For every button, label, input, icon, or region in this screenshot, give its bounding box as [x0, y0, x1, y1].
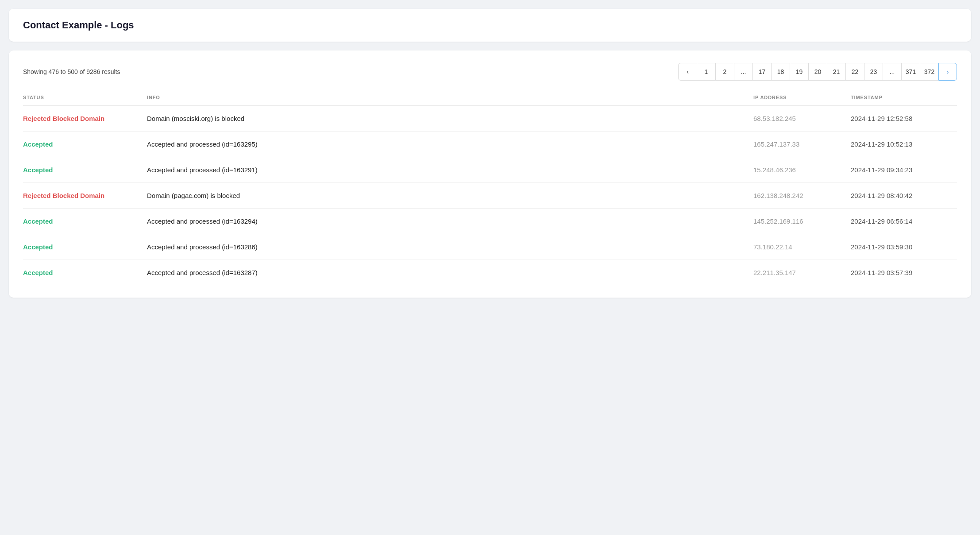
page-22-button[interactable]: 22 — [845, 63, 864, 81]
ip-cell: 162.138.248.242 — [753, 192, 851, 199]
status-cell: Accepted — [23, 217, 147, 225]
page-19-button[interactable]: 19 — [790, 63, 808, 81]
next-page-button[interactable]: › — [938, 63, 957, 81]
timestamp-cell: 2024-11-29 08:40:42 — [851, 192, 957, 199]
page-23-button[interactable]: 23 — [864, 63, 883, 81]
showing-text: Showing 476 to 500 of 9286 results — [23, 68, 120, 75]
table-row: Rejected Blocked Domain Domain (mosciski… — [23, 106, 957, 132]
table-row: Accepted Accepted and processed (id=1632… — [23, 234, 957, 260]
status-cell: Accepted — [23, 166, 147, 174]
page-title: Contact Example - Logs — [23, 19, 957, 31]
timestamp-cell: 2024-11-29 03:57:39 — [851, 269, 957, 276]
timestamp-cell: 2024-11-29 03:59:30 — [851, 243, 957, 251]
page-17-button[interactable]: 17 — [752, 63, 771, 81]
ip-cell: 22.211.35.147 — [753, 269, 851, 276]
table-body: Rejected Blocked Domain Domain (mosciski… — [23, 106, 957, 285]
page-18-button[interactable]: 18 — [771, 63, 790, 81]
info-cell: Accepted and processed (id=163291) — [147, 166, 753, 174]
status-cell: Accepted — [23, 140, 147, 148]
ip-cell: 165.247.137.33 — [753, 140, 851, 148]
table-row: Accepted Accepted and processed (id=1632… — [23, 157, 957, 183]
main-card: Showing 476 to 500 of 9286 results ‹ 1 2… — [9, 50, 971, 298]
ellipsis-2: ... — [883, 63, 901, 81]
ip-cell: 15.248.46.236 — [753, 166, 851, 174]
ellipsis-1: ... — [734, 63, 752, 81]
status-cell: Accepted — [23, 269, 147, 276]
top-bar: Showing 476 to 500 of 9286 results ‹ 1 2… — [23, 63, 957, 81]
page-2-button[interactable]: 2 — [715, 63, 734, 81]
ip-cell: 73.180.22.14 — [753, 243, 851, 251]
table-row: Accepted Accepted and processed (id=1632… — [23, 209, 957, 234]
ip-cell: 145.252.169.116 — [753, 217, 851, 225]
timestamp-cell: 2024-11-29 06:56:14 — [851, 217, 957, 225]
title-card: Contact Example - Logs — [9, 9, 971, 42]
status-cell: Rejected Blocked Domain — [23, 192, 147, 199]
info-cell: Accepted and processed (id=163286) — [147, 243, 753, 251]
pagination: ‹ 1 2 ... 17 18 19 20 21 22 23 ... 371 3… — [678, 63, 957, 81]
page-20-button[interactable]: 20 — [808, 63, 827, 81]
table-row: Accepted Accepted and processed (id=1632… — [23, 260, 957, 285]
info-cell: Domain (pagac.com) is blocked — [147, 192, 753, 199]
page-1-button[interactable]: 1 — [697, 63, 715, 81]
prev-page-button[interactable]: ‹ — [678, 63, 697, 81]
page-372-button[interactable]: 372 — [920, 63, 938, 81]
info-cell: Accepted and processed (id=163295) — [147, 140, 753, 148]
timestamp-cell: 2024-11-29 10:52:13 — [851, 140, 957, 148]
info-cell: Accepted and processed (id=163294) — [147, 217, 753, 225]
status-cell: Rejected Blocked Domain — [23, 115, 147, 122]
status-cell: Accepted — [23, 243, 147, 251]
col-info: INFO — [147, 95, 753, 100]
page-371-button[interactable]: 371 — [901, 63, 920, 81]
col-ip: IP ADDRESS — [753, 95, 851, 100]
timestamp-cell: 2024-11-29 09:34:23 — [851, 166, 957, 174]
col-status: STATUS — [23, 95, 147, 100]
table-row: Rejected Blocked Domain Domain (pagac.co… — [23, 183, 957, 209]
table-row: Accepted Accepted and processed (id=1632… — [23, 132, 957, 157]
timestamp-cell: 2024-11-29 12:52:58 — [851, 115, 957, 122]
info-cell: Accepted and processed (id=163287) — [147, 269, 753, 276]
col-timestamp: TIMESTAMP — [851, 95, 957, 100]
ip-cell: 68.53.182.245 — [753, 115, 851, 122]
table-header: STATUS INFO IP ADDRESS TIMESTAMP — [23, 91, 957, 106]
logs-table: STATUS INFO IP ADDRESS TIMESTAMP Rejecte… — [23, 91, 957, 285]
page-21-button[interactable]: 21 — [827, 63, 845, 81]
info-cell: Domain (mosciski.org) is blocked — [147, 115, 753, 122]
